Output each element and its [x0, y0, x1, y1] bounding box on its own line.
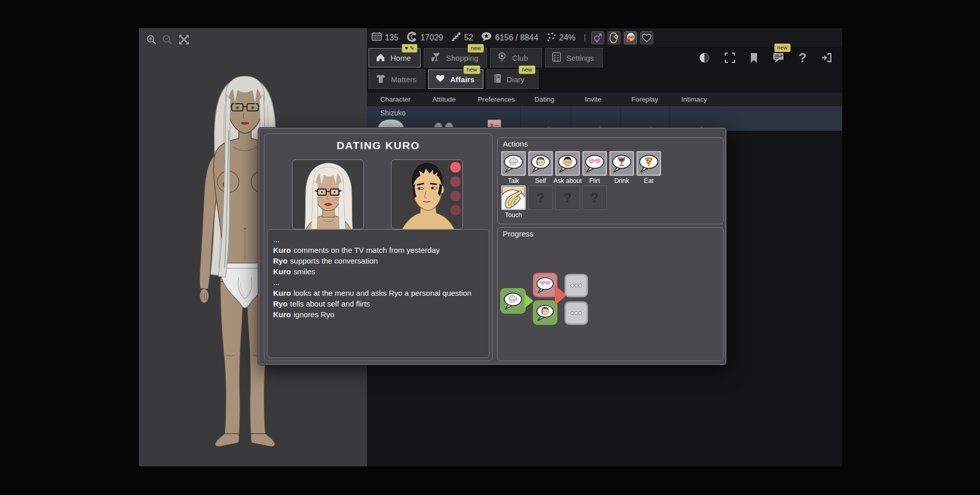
- dice-icon: [546, 32, 556, 44]
- self-bubble-icon: [536, 304, 554, 321]
- contrast-icon[interactable]: [699, 52, 710, 63]
- shopping-icon: [431, 52, 441, 63]
- actions-title: Actions: [503, 139, 528, 148]
- progress-node-self: [533, 300, 557, 325]
- tab-settings[interactable]: Settings: [545, 48, 602, 67]
- action-locked-button[interactable]: ?: [528, 185, 553, 210]
- action-flirt-button[interactable]: [582, 151, 607, 176]
- dating-dialog: DATING KURO: [258, 128, 726, 365]
- chat-icon[interactable]: new: [772, 52, 785, 63]
- tab-diary-badge: new: [519, 65, 535, 74]
- status-bar: 135 17029 52 6156 / 8844 24% |: [367, 28, 842, 47]
- log-line: Kurocomments on the TV match from yester…: [273, 245, 483, 255]
- gender-filter-toggle[interactable]: [591, 31, 604, 44]
- calendar-icon: [372, 32, 382, 43]
- zoom-out-icon[interactable]: [162, 34, 173, 45]
- exit-icon[interactable]: [821, 52, 833, 63]
- action-locked-button[interactable]: ?: [582, 185, 607, 210]
- action-ask-about-label: Ask about: [553, 177, 582, 184]
- percent-value: 24%: [559, 33, 576, 42]
- action-touch-button[interactable]: [501, 185, 526, 210]
- help-icon[interactable]: ?: [799, 52, 806, 63]
- column-attitude[interactable]: Attitude: [432, 96, 456, 103]
- column-invite[interactable]: Invite: [585, 96, 601, 103]
- heart-filter-toggle[interactable]: [640, 31, 653, 44]
- tab-home-label: Home: [390, 54, 411, 62]
- settings-icon: [552, 52, 561, 63]
- tab-shopping-label: Shopping: [446, 54, 478, 62]
- steps-value: 52: [464, 33, 473, 42]
- column-intimacy[interactable]: Intimacy: [681, 96, 707, 103]
- actions-row-2: Touch ? ? ?: [501, 185, 607, 219]
- ask-bubble-icon: [557, 154, 578, 173]
- action-self-label: Self: [535, 177, 546, 184]
- portrait-kuro: [391, 159, 463, 229]
- drink-bubble-icon: [611, 154, 632, 173]
- tab-home[interactable]: Home ♥ ✎: [369, 48, 421, 67]
- bookmark-icon[interactable]: [750, 53, 758, 63]
- log-line: ...: [273, 234, 483, 245]
- tab-club-label: Club: [512, 54, 528, 62]
- action-eat-button[interactable]: [636, 151, 661, 176]
- affairs-icon: [435, 74, 445, 84]
- app-root: 135 17029 52 6156 / 8844 24% |: [0, 0, 980, 495]
- column-divider: [571, 106, 571, 131]
- eat-bubble-icon: [639, 154, 659, 173]
- credits-value: 17029: [421, 33, 444, 42]
- tab-club[interactable]: Club: [490, 48, 542, 67]
- action-ask-about: Ask about: [555, 151, 580, 184]
- action-touch: Touch: [501, 185, 526, 219]
- mood-pip-active: [450, 162, 461, 173]
- column-foreplay[interactable]: Foreplay: [631, 96, 658, 103]
- column-character[interactable]: Character: [380, 96, 410, 103]
- tab-shopping[interactable]: Shopping new: [424, 48, 487, 67]
- face-heart-toggle[interactable]: [624, 31, 637, 44]
- speech-star-icon: [481, 32, 492, 44]
- action-ask-about-button[interactable]: [555, 151, 580, 176]
- talk-bubble-icon: [503, 292, 523, 310]
- face-outline-toggle[interactable]: [607, 31, 621, 44]
- day-count: 135: [385, 33, 399, 42]
- action-drink-button[interactable]: [609, 151, 634, 176]
- column-divider: [669, 106, 670, 131]
- zoom-in-icon[interactable]: [146, 34, 157, 45]
- tab-affairs[interactable]: Affairs new: [428, 69, 483, 89]
- log-line: ...: [273, 277, 483, 288]
- actions-row-1: Talk Self Ask about Flirt Drink: [501, 151, 661, 184]
- character-row-shizuko[interactable]: Shizuko x –: [367, 106, 842, 131]
- viewer-toolbar: [146, 33, 190, 46]
- action-locked-2: ?: [555, 185, 580, 219]
- home-icon: [376, 53, 385, 63]
- primary-nav: Home ♥ ✎ Shopping new Club Settings: [369, 48, 603, 67]
- progress-title: Progress: [503, 229, 533, 238]
- column-preferences[interactable]: Preferences: [478, 96, 515, 103]
- talk-bubble-icon: [503, 154, 524, 173]
- expand-icon[interactable]: [178, 33, 190, 46]
- tab-home-badge: ♥ ✎: [402, 44, 418, 53]
- chat-new-badge: new: [774, 43, 791, 52]
- utility-icons: new ?: [699, 50, 833, 65]
- credits-icon: [406, 31, 418, 44]
- secondary-nav: Matters Affairs new Diary new: [369, 69, 538, 89]
- matters-icon: [376, 74, 386, 85]
- action-talk-button[interactable]: [501, 151, 526, 176]
- characters-table-header: Character Attitude Preferences Dating In…: [367, 92, 842, 106]
- dialog-title: DATING KURO: [264, 139, 492, 152]
- action-locked-button[interactable]: ?: [555, 185, 580, 210]
- progress-arrow-green: [525, 294, 533, 308]
- action-eat: Eat: [636, 151, 661, 184]
- tab-shopping-badge: new: [468, 44, 484, 53]
- fullscreen-icon[interactable]: [724, 52, 736, 63]
- tab-diary[interactable]: Diary new: [486, 69, 538, 89]
- mood-pip: [450, 205, 461, 216]
- separator: |: [584, 33, 586, 42]
- dots-icon: [567, 303, 586, 323]
- action-self-button[interactable]: [528, 151, 553, 176]
- column-dating[interactable]: Dating: [534, 96, 554, 103]
- column-divider: [520, 106, 521, 131]
- tab-matters[interactable]: Matters: [369, 69, 425, 89]
- progress-node-talk: [500, 288, 526, 314]
- touch-hand-icon: [502, 186, 525, 209]
- diary-icon: [494, 74, 502, 85]
- progress-panel: Progress: [497, 227, 724, 361]
